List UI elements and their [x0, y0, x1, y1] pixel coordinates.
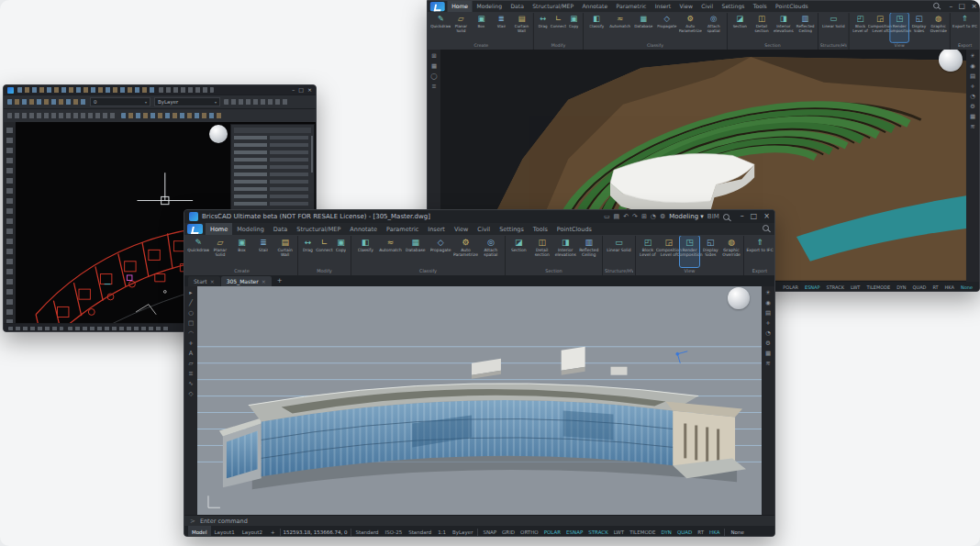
minimize-icon[interactable]: –	[950, 3, 953, 9]
panel-tab-icon[interactable]: ▦	[765, 351, 771, 357]
ribbon-button[interactable]: ◧Classify	[585, 13, 608, 42]
properties-scrollbar[interactable]	[311, 136, 313, 173]
plan-toolbar-icons[interactable]	[7, 99, 86, 105]
layout-tab[interactable]: Layout1	[211, 526, 239, 537]
plan-status-toggles[interactable]	[68, 327, 169, 330]
ribbon-tab[interactable]: Civil	[697, 1, 718, 12]
navigation-sphere[interactable]	[209, 125, 228, 143]
ribbon-button[interactable]: ◍Graphic Override	[721, 236, 741, 267]
ribbon-button[interactable]: ≣Stair	[253, 236, 274, 267]
ribbon-button[interactable]: ◇Propagate	[655, 13, 678, 42]
status-toggle[interactable]: ORTHO	[518, 529, 540, 535]
ribbon-tab[interactable]: View	[675, 1, 697, 12]
ribbon-button[interactable]: ▦Database	[632, 13, 655, 42]
main-viewport[interactable]	[197, 286, 762, 515]
status-toggle[interactable]: SNAP	[481, 529, 498, 535]
close-icon[interactable]: ×	[763, 213, 770, 220]
ribbon-button[interactable]: ⇑Export to IFC	[952, 13, 978, 42]
panel-tab-icon[interactable]: +	[765, 320, 770, 327]
toolbar-icon[interactable]: ▸	[189, 290, 192, 296]
ribbon-tab[interactable]: Settings	[718, 1, 749, 12]
status-toggle[interactable]: RT	[930, 284, 940, 290]
ribbon-tab[interactable]: Home	[206, 223, 232, 235]
minimize-icon[interactable]: –	[741, 213, 744, 220]
ribbon-tab[interactable]: PointClouds	[552, 223, 596, 235]
ribbon-button[interactable]: ◱Display Sides and Ends	[909, 13, 928, 42]
panel-tab-icon[interactable]: ◔	[970, 94, 975, 100]
ribbon-button[interactable]: ◰Block Level of detail	[851, 13, 869, 42]
ribbon-tab[interactable]: Annotate	[345, 223, 382, 235]
panel-tab-icon[interactable]: ☀	[765, 290, 771, 296]
layout-tab[interactable]: Model	[188, 526, 211, 537]
plan-toolbar-icons-3[interactable]	[7, 113, 117, 118]
status-field[interactable]: ByLayer	[451, 529, 474, 535]
quick-access-icon[interactable]: ⊞	[641, 213, 647, 220]
ribbon-tab[interactable]: Modeling	[473, 1, 507, 12]
ribbon-button[interactable]: ▱Planar Solid	[451, 13, 471, 42]
panel-tab-icon[interactable]: +	[970, 84, 974, 90]
command-line[interactable]: > Enter command	[184, 515, 774, 526]
toolbar-icon[interactable]: ▦	[431, 63, 437, 70]
ribbon-button[interactable]: ▤Curtain Wall	[512, 13, 531, 42]
ribbon-button[interactable]: ◧Classify	[353, 236, 377, 267]
ribbon-button[interactable]: ▥Reflected Ceiling Plan	[795, 13, 816, 42]
ribbon-button[interactable]: ▭Linear Solid	[820, 13, 847, 42]
panel-tab-icon[interactable]: ◔	[765, 330, 771, 337]
status-field[interactable]: Standard	[354, 529, 381, 535]
panel-tab-icon[interactable]: ◉	[765, 300, 771, 306]
ribbon-button[interactable]: ◪Section	[507, 236, 530, 267]
close-tab-icon[interactable]: ×	[262, 278, 266, 284]
status-field[interactable]: 1:1	[436, 529, 448, 535]
ribbon-tab[interactable]: Modeling	[232, 223, 269, 235]
status-toggle[interactable]: POLAR	[781, 284, 800, 290]
status-toggle[interactable]: ESNAP	[803, 284, 822, 290]
layer-dropdown[interactable]: 0 ▾	[90, 97, 150, 106]
panel-tab-icon[interactable]: ⚙	[765, 340, 771, 347]
ribbon-button[interactable]: ✎Quickdraw	[431, 13, 451, 42]
ribbon-button[interactable]: ↔Drag	[300, 236, 316, 267]
plan-left-toolbar[interactable]	[4, 122, 16, 323]
ribbon-button[interactable]: ◲Composition Level of detail	[659, 236, 679, 267]
close-icon[interactable]: ×	[971, 3, 976, 9]
ribbon-button[interactable]: ✎Quickdraw	[188, 236, 209, 267]
ribbon-tab[interactable]: PointClouds	[771, 1, 812, 12]
ribbon-tab[interactable]: Structural/MEP	[292, 223, 345, 235]
ribbon-button[interactable]: ◎Attach spatial location	[702, 13, 725, 42]
ribbon-button[interactable]: ▣Copy	[566, 13, 581, 42]
ribbon-button[interactable]: ⇑Export to IFC	[746, 236, 774, 267]
ribbon-tab[interactable]: Structural/MEP	[529, 1, 578, 12]
status-toggle[interactable]: RT	[696, 529, 706, 535]
maximize-icon[interactable]: □	[959, 3, 965, 9]
toolbar-icon[interactable]: ∿	[188, 381, 193, 387]
toolbar-icon[interactable]: ⊞	[431, 53, 436, 60]
toolbar-icon[interactable]: ○	[188, 310, 194, 317]
ribbon-tab[interactable]: Settings	[495, 223, 529, 235]
status-toggle[interactable]: HKA	[707, 529, 721, 535]
ribbon-button[interactable]: ◳Render Composition Material	[680, 236, 700, 267]
ribbon-tab[interactable]: Tools	[529, 223, 552, 235]
close-tab-icon[interactable]: ×	[210, 278, 215, 284]
panel-tab-icon[interactable]: ◉	[970, 63, 975, 70]
toolbar-icon[interactable]: ◯	[430, 73, 437, 80]
status-toggle[interactable]: GRID	[500, 529, 517, 535]
ribbon-button[interactable]: ▣Copy	[333, 236, 349, 267]
quick-access-icon[interactable]: ↶	[623, 213, 629, 220]
ribbon-button[interactable]: ⚙Auto Parametrize	[679, 13, 702, 42]
add-layout-button[interactable]: +	[269, 529, 277, 535]
ribbon-button[interactable]: ▭Linear Solid	[605, 236, 633, 267]
status-toggle[interactable]: DYN	[659, 529, 673, 535]
ribbon-button[interactable]: ≣Stair	[492, 13, 511, 42]
status-toggle[interactable]: HKA	[943, 284, 956, 290]
ribbon-tab[interactable]: Parametric	[612, 1, 651, 12]
status-toggle[interactable]: STRACK	[824, 284, 846, 290]
ribbon-button[interactable]: ◍Graphic Override	[930, 13, 948, 42]
search-icon[interactable]	[763, 225, 769, 231]
minimize-icon[interactable]: –	[292, 87, 295, 93]
document-tab[interactable]: 305_Master×	[221, 276, 272, 286]
status-toggle[interactable]: QUAD	[675, 529, 694, 535]
toolbar-icon[interactable]: +	[188, 340, 193, 347]
ribbon-tab[interactable]: View	[450, 223, 473, 235]
panel-tab-icon[interactable]: ▤	[970, 73, 975, 80]
ribbon-button[interactable]: ▦Database	[404, 236, 428, 267]
maximize-icon[interactable]: □	[751, 213, 758, 220]
